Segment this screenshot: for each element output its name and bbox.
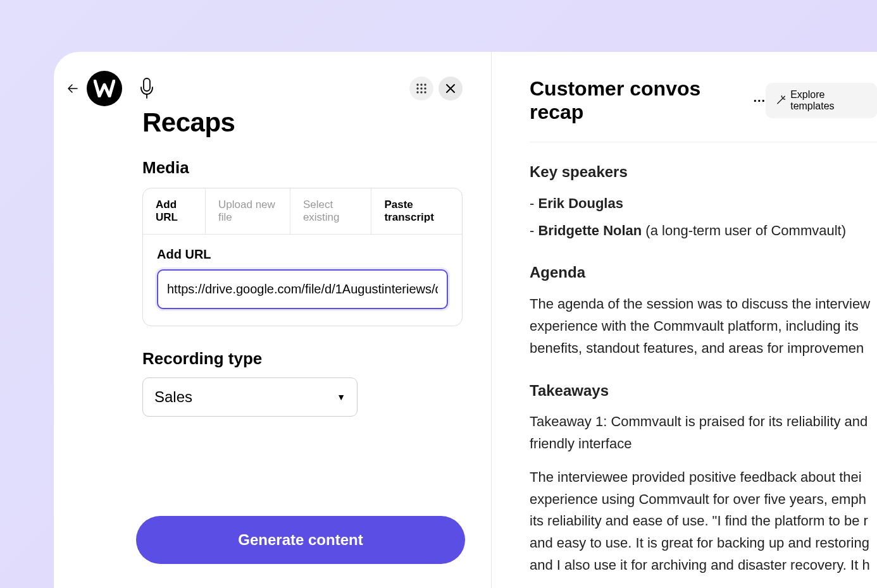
right-panel: Customer convos recap ··· Explore templa… [492, 52, 877, 588]
svg-point-2 [416, 83, 418, 85]
key-speakers-heading: Key speakers [530, 160, 877, 184]
back-button[interactable] [66, 82, 79, 95]
agenda-heading: Agenda [530, 260, 877, 285]
speaker-item: - Erik Douglas [530, 193, 877, 215]
apps-grid-button[interactable] [409, 77, 433, 101]
tab-select-existing[interactable]: Select existing [290, 188, 372, 234]
agenda-text: The agenda of the session was to discuss… [530, 293, 877, 359]
svg-point-9 [420, 91, 422, 93]
grid-icon [416, 83, 426, 94]
recording-type-label: Recording type [142, 349, 463, 369]
back-arrow-icon [68, 84, 78, 93]
media-box: Add URL Upload new file Select existing … [142, 188, 463, 326]
svg-rect-0 [144, 78, 150, 91]
media-tabs: Add URL Upload new file Select existing … [143, 188, 462, 235]
recording-type-select[interactable]: Sales ▼ [142, 377, 358, 417]
url-input-label: Add URL [157, 247, 448, 262]
svg-point-6 [420, 87, 422, 89]
svg-point-3 [420, 83, 422, 85]
document-title: Customer convos recap ··· [530, 77, 766, 124]
takeaways-heading: Takeaways [530, 379, 877, 403]
page-title: Recaps [142, 107, 463, 138]
url-input[interactable] [157, 269, 448, 309]
logo-icon [94, 80, 115, 97]
mic-icon [137, 76, 156, 101]
tab-add-url[interactable]: Add URL [143, 188, 206, 234]
close-button[interactable] [438, 77, 463, 101]
media-label: Media [142, 158, 463, 178]
chevron-down-icon: ▼ [337, 392, 345, 402]
tab-upload-file[interactable]: Upload new file [206, 188, 290, 234]
generate-content-button[interactable]: Generate content [136, 516, 465, 564]
explore-templates-button[interactable]: Explore templates [766, 83, 877, 118]
speaker-item: - Bridgette Nolan (a long-term user of C… [530, 220, 877, 242]
svg-point-4 [424, 83, 426, 85]
takeaway-body: The interviewee provided positive feedba… [530, 467, 877, 577]
takeaway-title: Takeaway 1: Commvault is praised for its… [530, 411, 877, 455]
tab-paste-transcript[interactable]: Paste transcript [371, 188, 462, 234]
recording-type-value: Sales [154, 388, 192, 406]
left-panel: Recaps Media Add URL Upload new file Sel… [54, 52, 492, 588]
close-icon [446, 84, 455, 93]
more-options-icon[interactable]: ··· [753, 94, 766, 108]
app-logo [87, 71, 122, 106]
document-body: Key speakers - Erik Douglas - Bridgette … [530, 160, 877, 577]
svg-point-8 [416, 91, 418, 93]
svg-point-5 [416, 87, 418, 89]
svg-point-10 [424, 91, 426, 93]
svg-point-7 [424, 87, 426, 89]
wand-icon [776, 95, 785, 106]
